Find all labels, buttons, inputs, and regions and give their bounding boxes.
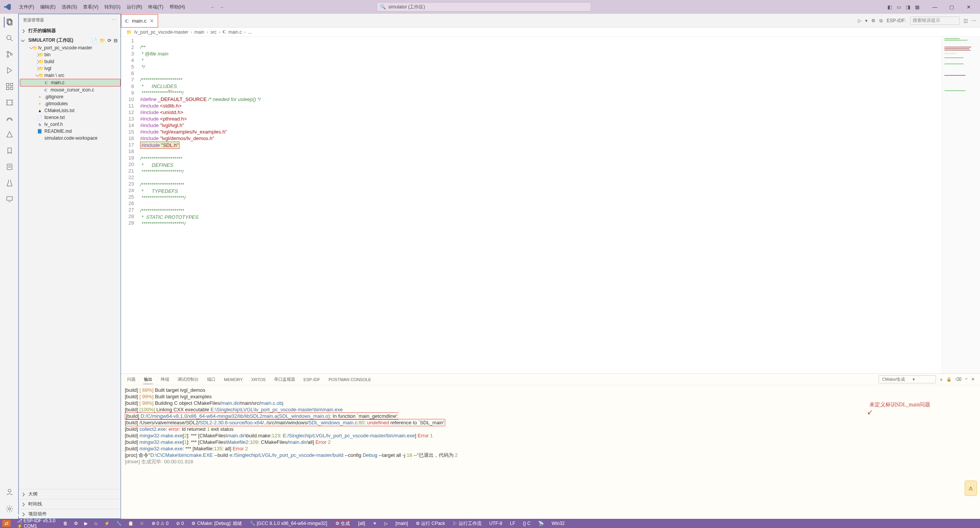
- menu-查看(V)[interactable]: 查看(V): [80, 3, 101, 11]
- workspace-header[interactable]: SIMULATOR (工作区) 📄 📁 ⟳ ⊟: [18, 36, 121, 44]
- tree-lv_conf.h[interactable]: hlv_conf.h: [20, 121, 121, 128]
- rainbow-icon[interactable]: [4, 113, 15, 124]
- espressif-icon[interactable]: [4, 97, 15, 108]
- settings-gear-icon[interactable]: [4, 504, 15, 514]
- cmake-icon[interactable]: [4, 129, 15, 140]
- status-LF[interactable]: LF: [508, 520, 517, 527]
- close-panel-icon[interactable]: ✕: [971, 377, 975, 382]
- status-icon[interactable]: 📋: [126, 521, 135, 526]
- layout-panel-icon[interactable]: ▭: [897, 4, 901, 10]
- status-icon[interactable]: 🔧: [114, 521, 123, 526]
- tree-bin[interactable]: 📁bin: [20, 51, 121, 58]
- menu-终端(T)[interactable]: 终端(T): [145, 3, 166, 11]
- extensions-icon[interactable]: [4, 81, 15, 92]
- tree-main.c[interactable]: Cmain.c: [20, 79, 121, 86]
- account-icon[interactable]: [4, 487, 15, 497]
- run-button-icon[interactable]: ▷: [858, 18, 861, 23]
- warning-float-icon[interactable]: ⚠: [965, 481, 977, 496]
- status-▷[interactable]: ▷: [383, 520, 389, 527]
- status-{} C[interactable]: {} C: [521, 520, 532, 527]
- minimap[interactable]: [942, 37, 980, 373]
- layout-side-icon[interactable]: ◧: [887, 4, 892, 10]
- maximize-panel-icon[interactable]: ^: [965, 377, 967, 382]
- search-icon[interactable]: [4, 33, 15, 44]
- status-📡[interactable]: 📡: [537, 520, 546, 527]
- panel-tab-MEMORY[interactable]: MEMORY: [223, 376, 243, 383]
- code-content[interactable]: /** * @file main * */ /*****************…: [140, 37, 942, 373]
- status-icon[interactable]: ♨: [92, 521, 100, 526]
- menu-帮助(H)[interactable]: 帮助(H): [167, 3, 188, 11]
- status-icon[interactable]: 🗑: [62, 521, 69, 526]
- window-maximize[interactable]: ▢: [943, 1, 960, 13]
- menu-文件(F)[interactable]: 文件(F): [16, 3, 37, 11]
- tree-lv_port_pc_vscode-master[interactable]: 📁lv_port_pc_vscode-master: [20, 44, 121, 51]
- remote-status[interactable]: ⇄: [2, 520, 11, 527]
- tree-mouse_cursor_icon.c[interactable]: Cmouse_cursor_icon.c: [20, 86, 121, 93]
- nav-back-icon[interactable]: ←: [210, 4, 215, 10]
- tree-CMakeLists.txt[interactable]: ▲CMakeLists.txt: [20, 107, 121, 114]
- status-⎇ ESP-IDF v5.3.0[interactable]: ⎇ ESP-IDF v5.3.0: [15, 518, 57, 523]
- clear-icon[interactable]: ⌫: [956, 377, 962, 382]
- window-minimize[interactable]: —: [926, 1, 943, 13]
- tree-.gitmodules[interactable]: 🔸.gitmodules: [20, 100, 121, 107]
- collapse-icon[interactable]: ⊟: [114, 38, 118, 43]
- split-icon[interactable]: ◫: [964, 18, 968, 23]
- output-content[interactable]: 未定义标识SDL_main问题 ↙ ⚠ [build] [ 69%] Built…: [121, 385, 980, 519]
- tree-build[interactable]: 📁build: [20, 58, 121, 65]
- status-▷ 运行工作流[interactable]: ▷ 运行工作流: [451, 520, 483, 527]
- status-icon[interactable]: ⚙: [72, 521, 80, 526]
- tab-close-icon[interactable]: ✕: [150, 18, 154, 24]
- filter-icon[interactable]: ≡: [940, 377, 942, 382]
- tree-licence.txt[interactable]: 📄licence.txt: [20, 114, 121, 121]
- panel-tab-问题[interactable]: 问题: [126, 375, 136, 384]
- tab-main-c[interactable]: C main.c ✕: [121, 14, 158, 28]
- more-icon[interactable]: ⋯: [972, 18, 976, 23]
- tree-simulator.code-workspace[interactable]: simulator.code-workspace: [20, 135, 121, 142]
- status-✶[interactable]: ✶: [371, 520, 378, 527]
- build-button[interactable]: ⚙ 生成: [333, 520, 352, 527]
- bookmark-icon[interactable]: [4, 145, 15, 156]
- cmake-status[interactable]: ⚙CMake: [Debug]: 就绪: [190, 520, 243, 527]
- menu-编辑(E)[interactable]: 编辑(E): [37, 3, 59, 11]
- status-[main][interactable]: [main]: [394, 520, 410, 527]
- status-Win32[interactable]: Win32: [550, 520, 566, 527]
- panel-tab-输出[interactable]: 输出: [143, 375, 153, 384]
- panel-tab-调试控制台[interactable]: 调试控制台: [177, 375, 199, 384]
- window-close[interactable]: ✕: [960, 1, 977, 13]
- status-icon[interactable]: ⚡: [103, 521, 111, 526]
- lock-scroll-icon[interactable]: 🔒: [946, 377, 952, 382]
- open-editors-header[interactable]: 打开的编辑器: [18, 27, 121, 35]
- panel-tab-POSTMAN CONSOLE[interactable]: POSTMAN CONSOLE: [328, 376, 372, 383]
- status-icon[interactable]: ☆: [138, 521, 145, 526]
- section-时间线[interactable]: 时间线: [18, 499, 121, 509]
- status-⚡ COM1[interactable]: ⚡ COM1: [15, 523, 57, 528]
- status-UTF-8[interactable]: UTF-8: [488, 520, 504, 527]
- compiler-status[interactable]: 🔧 [GCC 8.1.0 x86_64-w64-mingw32]: [248, 521, 328, 526]
- section-大纲[interactable]: 大纲: [18, 489, 121, 499]
- status-icon[interactable]: ▶: [83, 521, 89, 526]
- explorer-more-icon[interactable]: ⋯: [112, 18, 116, 23]
- command-center[interactable]: 🔍 simulator (工作区): [377, 2, 591, 11]
- output-channel-select[interactable]: CMake/生成▾: [879, 375, 936, 383]
- error-count[interactable]: ⊗ 0 ⚠ 0: [150, 521, 170, 526]
- panel-tab-ESP-IDF[interactable]: ESP-IDF: [303, 376, 321, 383]
- panel-tab-串口监视器[interactable]: 串口监视器: [273, 375, 296, 384]
- nav-back-forward[interactable]: ← →: [206, 4, 228, 10]
- error-search-input[interactable]: 搜索错误提示: [910, 16, 960, 25]
- new-file-icon[interactable]: 📄: [91, 38, 97, 43]
- layout-side2-icon[interactable]: ◨: [906, 4, 910, 10]
- status-⚙ 运行 CPack[interactable]: ⚙ 运行 CPack: [414, 520, 447, 527]
- menu-转到(G)[interactable]: 转到(G): [101, 3, 123, 11]
- tree-.gitignore[interactable]: 🔸.gitignore: [20, 93, 121, 100]
- tree-main \ src[interactable]: 📁main \ src: [20, 72, 121, 79]
- todo-icon[interactable]: [4, 161, 15, 172]
- test-icon[interactable]: [4, 178, 15, 188]
- source-control-icon[interactable]: [4, 49, 15, 60]
- panel-tab-XRTOS[interactable]: XRTOS: [250, 376, 266, 383]
- run-debug-icon[interactable]: [4, 65, 15, 76]
- menu-运行(R)[interactable]: 运行(R): [124, 3, 145, 11]
- port-count[interactable]: ⊘ 0: [175, 521, 185, 526]
- new-folder-icon[interactable]: 📁: [100, 38, 105, 43]
- panel-tab-端口[interactable]: 端口: [206, 375, 216, 384]
- status-[all][interactable]: [all]: [356, 520, 367, 527]
